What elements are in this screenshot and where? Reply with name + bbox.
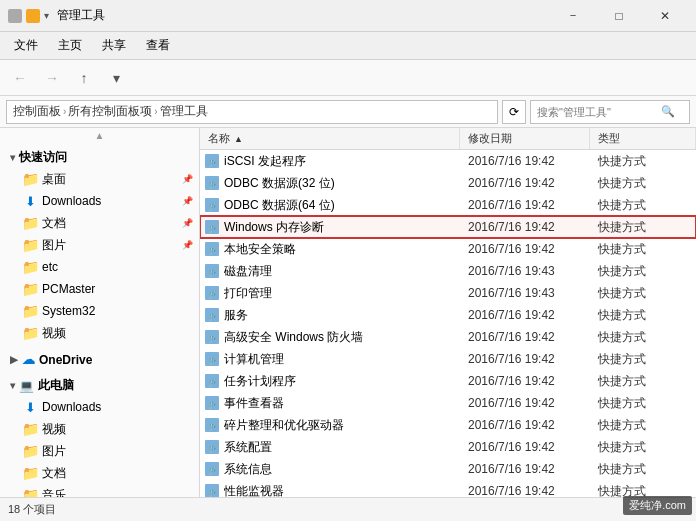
sidebar-item-desktop[interactable]: 📁 桌面 📌 — [12, 168, 199, 190]
sidebar-item-etc[interactable]: 📁 etc — [12, 256, 199, 278]
file-type: 快捷方式 — [590, 175, 696, 192]
file-date: 2016/7/16 19:42 — [460, 440, 590, 454]
address-bar: 控制面板 › 所有控制面板项 › 管理工具 ⟳ 🔍 — [0, 96, 696, 128]
sidebar-item-documents-pc[interactable]: 📁 文档 — [12, 462, 199, 484]
table-row[interactable]: 🔗服务2016/7/16 19:42快捷方式 — [200, 304, 696, 326]
file-icon: 🔗 — [204, 329, 220, 345]
file-type: 快捷方式 — [590, 329, 696, 346]
col-header-name[interactable]: 名称 ▲ — [200, 128, 460, 149]
sidebar-item-videos-pc[interactable]: 📁 视频 — [12, 418, 199, 440]
sidebar-item-label: Downloads — [42, 400, 101, 414]
sidebar-header-thispc[interactable]: ▾ 💻 此电脑 — [0, 373, 199, 396]
file-icon: 🔗 — [204, 153, 220, 169]
menu-share[interactable]: 共享 — [92, 33, 136, 58]
sidebar-item-label: 视频 — [42, 421, 66, 438]
table-row[interactable]: 🔗任务计划程序2016/7/16 19:42快捷方式 — [200, 370, 696, 392]
sidebar-item-videos-quick[interactable]: 📁 视频 — [12, 322, 199, 344]
sidebar-item-system32[interactable]: 📁 System32 — [12, 300, 199, 322]
table-row[interactable]: 🔗高级安全 Windows 防火墙2016/7/16 19:42快捷方式 — [200, 326, 696, 348]
file-type: 快捷方式 — [590, 241, 696, 258]
table-row[interactable]: 🔗计算机管理2016/7/16 19:42快捷方式 — [200, 348, 696, 370]
table-row[interactable]: 🔗Windows 内存诊断2016/7/16 19:42快捷方式 — [200, 216, 696, 238]
file-date: 2016/7/16 19:42 — [460, 242, 590, 256]
breadcrumb-item-controlpanel[interactable]: 控制面板 — [13, 103, 61, 120]
svg-text:🔗: 🔗 — [207, 156, 219, 168]
sidebar-item-pictures[interactable]: 📁 图片 📌 — [12, 234, 199, 256]
table-row[interactable]: 🔗事件查看器2016/7/16 19:42快捷方式 — [200, 392, 696, 414]
folder-icon: 📁 — [22, 421, 38, 437]
file-list-scroll[interactable]: 🔗iSCSI 发起程序2016/7/16 19:42快捷方式🔗ODBC 数据源(… — [200, 150, 696, 497]
close-button[interactable]: ✕ — [642, 0, 688, 32]
sidebar-item-downloads-pc[interactable]: ⬇ Downloads — [12, 396, 199, 418]
svg-text:🔗: 🔗 — [207, 310, 219, 322]
file-date: 2016/7/16 19:42 — [460, 462, 590, 476]
col-name-label: 名称 — [208, 131, 230, 146]
sidebar-item-downloads-quick[interactable]: ⬇ Downloads 📌 — [12, 190, 199, 212]
sidebar-item-pcmaster[interactable]: 📁 PCMaster — [12, 278, 199, 300]
file-date: 2016/7/16 19:43 — [460, 264, 590, 278]
refresh-button[interactable]: ⟳ — [502, 100, 526, 124]
breadcrumb-item-allpanel[interactable]: 所有控制面板项 — [68, 103, 152, 120]
breadcrumb-sep-1: › — [63, 106, 66, 117]
table-row[interactable]: 🔗性能监视器2016/7/16 19:42快捷方式 — [200, 480, 696, 497]
table-row[interactable]: 🔗碎片整理和优化驱动器2016/7/16 19:42快捷方式 — [200, 414, 696, 436]
forward-button[interactable]: → — [38, 64, 66, 92]
sidebar-item-music-pc[interactable]: 📁 音乐 — [12, 484, 199, 497]
sidebar-item-documents[interactable]: 📁 文档 📌 — [12, 212, 199, 234]
svg-text:🔗: 🔗 — [207, 442, 219, 454]
table-row[interactable]: 🔗磁盘清理2016/7/16 19:43快捷方式 — [200, 260, 696, 282]
file-date: 2016/7/16 19:42 — [460, 198, 590, 212]
sidebar-item-label: PCMaster — [42, 282, 95, 296]
folder-icon — [26, 9, 40, 23]
download-icon: ⬇ — [22, 399, 38, 415]
sidebar-item-pictures-pc[interactable]: 📁 图片 — [12, 440, 199, 462]
file-type: 快捷方式 — [590, 263, 696, 280]
recent-button[interactable]: ▾ — [102, 64, 130, 92]
sidebar-item-label: 文档 — [42, 215, 66, 232]
col-date-label: 修改日期 — [468, 131, 512, 146]
table-row[interactable]: 🔗ODBC 数据源(64 位)2016/7/16 19:42快捷方式 — [200, 194, 696, 216]
thispc-items: ⬇ Downloads 📁 视频 📁 图片 📁 文档 📁 音乐 — [0, 396, 199, 497]
file-type: 快捷方式 — [590, 395, 696, 412]
folder-icon: 📁 — [22, 259, 38, 275]
scroll-up-icon: ▲ — [95, 130, 105, 141]
table-row[interactable]: 🔗打印管理2016/7/16 19:43快捷方式 — [200, 282, 696, 304]
maximize-button[interactable]: □ — [596, 0, 642, 32]
sidebar-scroll-up[interactable]: ▲ — [0, 128, 199, 143]
pin-icon — [8, 9, 22, 23]
menu-home[interactable]: 主页 — [48, 33, 92, 58]
search-icon: 🔍 — [661, 105, 675, 118]
watermark-text: 爱纯净.com — [629, 499, 686, 511]
file-name-text: 高级安全 Windows 防火墙 — [224, 329, 363, 346]
table-row[interactable]: 🔗iSCSI 发起程序2016/7/16 19:42快捷方式 — [200, 150, 696, 172]
table-row[interactable]: 🔗系统信息2016/7/16 19:42快捷方式 — [200, 458, 696, 480]
svg-text:🔗: 🔗 — [207, 420, 219, 432]
table-row[interactable]: 🔗系统配置2016/7/16 19:42快捷方式 — [200, 436, 696, 458]
back-button[interactable]: ← — [6, 64, 34, 92]
onedrive-label: OneDrive — [39, 353, 92, 367]
expand-icon-onedrive: ▶ — [10, 354, 18, 365]
folder-icon: 📁 — [22, 325, 38, 341]
breadcrumb[interactable]: 控制面板 › 所有控制面板项 › 管理工具 — [6, 100, 498, 124]
quickaccess-label: 快速访问 — [19, 149, 67, 166]
pin-icon: 📌 — [182, 218, 193, 228]
col-type-label: 类型 — [598, 131, 620, 146]
search-input[interactable] — [537, 106, 657, 118]
menu-bar: 文件 主页 共享 查看 — [0, 32, 696, 60]
window-controls: － □ ✕ — [550, 0, 688, 32]
table-row[interactable]: 🔗本地安全策略2016/7/16 19:42快捷方式 — [200, 238, 696, 260]
up-button[interactable]: ↑ — [70, 64, 98, 92]
pin-icon: 📌 — [182, 240, 193, 250]
sidebar-header-onedrive[interactable]: ▶ ☁ OneDrive — [0, 348, 199, 369]
file-type: 快捷方式 — [590, 197, 696, 214]
col-header-type[interactable]: 类型 — [590, 128, 696, 149]
search-box[interactable]: 🔍 — [530, 100, 690, 124]
sidebar-header-quickaccess[interactable]: ▾ 快速访问 — [0, 145, 199, 168]
menu-file[interactable]: 文件 — [4, 33, 48, 58]
menu-view[interactable]: 查看 — [136, 33, 180, 58]
breadcrumb-item-admintools[interactable]: 管理工具 — [160, 103, 208, 120]
file-list-container: 名称 ▲ 修改日期 类型 🔗iSCSI 发起程序2016/7/16 19:42快… — [200, 128, 696, 497]
minimize-button[interactable]: － — [550, 0, 596, 32]
col-header-date[interactable]: 修改日期 — [460, 128, 590, 149]
table-row[interactable]: 🔗ODBC 数据源(32 位)2016/7/16 19:42快捷方式 — [200, 172, 696, 194]
